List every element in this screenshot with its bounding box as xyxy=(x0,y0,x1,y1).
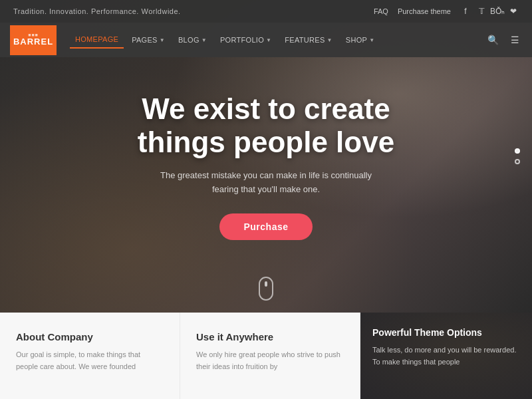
scroll-dot-2[interactable] xyxy=(515,159,520,164)
pages-caret: ▼ xyxy=(160,37,165,43)
topbar: Tradition. Innovation. Performance. Worl… xyxy=(0,0,532,23)
use-anywhere-card-text: We only hire great people who strive to … xyxy=(196,349,344,372)
about-card-text: Our goal is simple, to make things that … xyxy=(16,349,164,372)
shop-caret: ▼ xyxy=(369,37,374,43)
scroll-indicator xyxy=(259,277,273,301)
hero-content: We exist to createthings people love The… xyxy=(0,20,532,313)
nav-features[interactable]: FEATURES ▼ xyxy=(279,32,337,48)
hero-subtitle: The greatest mistake you can make in lif… xyxy=(160,169,372,197)
theme-options-card: Powerful Theme Options Talk less, do mor… xyxy=(360,313,532,399)
scroll-inner xyxy=(265,281,267,287)
features-caret: ▼ xyxy=(327,37,332,43)
nav-pages[interactable]: PAGES ▼ xyxy=(126,32,170,48)
logo[interactable]: ■■■ BARREL xyxy=(10,25,57,55)
main-navbar: ■■■ BARREL HOMEPAGE PAGES ▼ BLOG ▼ PORTF… xyxy=(0,23,532,57)
hero-title: We exist to createthings people love xyxy=(138,92,394,160)
topbar-tagline: Tradition. Innovation. Performance. Worl… xyxy=(13,7,181,15)
cards-section: About Company Our goal is simple, to mak… xyxy=(0,313,532,399)
twitter-icon[interactable]: 𝕋 xyxy=(476,6,487,17)
portfolio-caret: ▼ xyxy=(266,37,271,43)
nav-menu: HOMEPAGE PAGES ▼ BLOG ▼ PORTFOLIO ▼ FEAT… xyxy=(70,31,485,49)
search-icon[interactable]: 🔍 xyxy=(485,32,501,48)
about-card: About Company Our goal is simple, to mak… xyxy=(0,313,180,399)
logo-text: BARREL xyxy=(13,37,53,47)
about-card-title: About Company xyxy=(16,331,164,342)
facebook-icon[interactable]: f xyxy=(460,6,471,17)
theme-options-card-text: Talk less, do more and you will be rewar… xyxy=(372,344,520,368)
faq-link[interactable]: FAQ xyxy=(374,7,388,15)
nav-portfolio[interactable]: PORTFOLIO ▼ xyxy=(215,32,277,48)
behance-icon[interactable]: BǑₕ xyxy=(492,6,503,17)
nav-right-actions: 🔍 ☰ xyxy=(485,32,522,48)
nav-shop[interactable]: SHOP ▼ xyxy=(340,32,380,48)
purchase-button[interactable]: Purchase xyxy=(219,213,312,240)
blog-caret: ▼ xyxy=(201,37,207,43)
nav-homepage[interactable]: HOMEPAGE xyxy=(70,31,124,49)
social-icons: f 𝕋 BǑₕ ❤ xyxy=(460,6,519,17)
scroll-dots xyxy=(515,148,520,164)
hero-section: Tradition. Innovation. Performance. Worl… xyxy=(0,0,532,313)
page-wrapper: Tradition. Innovation. Performance. Worl… xyxy=(0,0,532,399)
scroll-dot-1[interactable] xyxy=(515,148,520,154)
use-anywhere-card-title: Use it Anywhere xyxy=(196,331,344,342)
nav-blog[interactable]: BLOG ▼ xyxy=(173,32,212,48)
menu-icon[interactable]: ☰ xyxy=(508,32,522,48)
pinterest-icon[interactable]: ❤ xyxy=(508,6,519,17)
theme-options-card-title: Powerful Theme Options xyxy=(372,327,520,338)
topbar-right: FAQ Purchase theme f 𝕋 BǑₕ ❤ xyxy=(374,6,519,17)
use-anywhere-card: Use it Anywhere We only hire great peopl… xyxy=(180,313,360,399)
purchase-link[interactable]: Purchase theme xyxy=(398,7,451,15)
